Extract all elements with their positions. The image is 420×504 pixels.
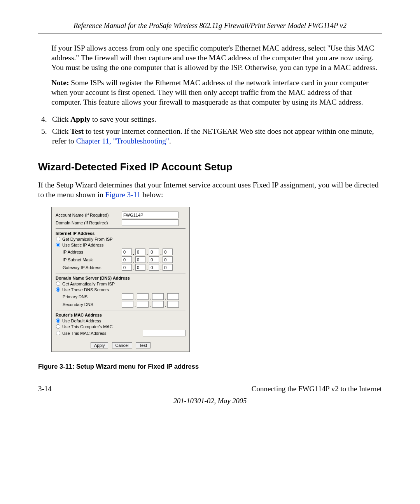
step-4-text-b: to save your settings. <box>90 115 156 123</box>
primary-dns-label: Primary DNS <box>56 294 122 299</box>
ip-address-oct1[interactable] <box>122 248 132 255</box>
radio-static-ip-label: Use Static IP Address <box>62 243 103 247</box>
section-mac: Router's MAC Address <box>56 313 186 317</box>
header-rule <box>38 33 382 33</box>
separator-3 <box>56 310 186 310</box>
cancel-button[interactable]: Cancel <box>112 342 132 348</box>
section-internet-ip: Internet IP Address <box>56 231 186 236</box>
step-5-text-a: Click <box>52 127 70 135</box>
subnet-oct3[interactable] <box>149 256 159 263</box>
gateway-oct4[interactable] <box>163 264 173 271</box>
secondary-dns-oct1[interactable] <box>122 301 133 308</box>
step-5-text-c: . <box>169 137 171 145</box>
account-name-input[interactable] <box>122 212 178 218</box>
radio-mac-this-label: Use This MAC Address <box>62 331 107 336</box>
domain-name-input[interactable] <box>122 219 178 226</box>
mac-address-input[interactable] <box>143 330 186 336</box>
step-4: 4. Click Apply to save your settings. <box>41 114 382 124</box>
separator-2 <box>56 273 186 273</box>
primary-dns-oct2[interactable] <box>137 293 149 300</box>
running-header: Reference Manual for the ProSafe Wireles… <box>38 22 382 30</box>
separator-1 <box>56 228 186 229</box>
radio-dynamic-isp-label: Get Dynamically From ISP <box>62 237 113 242</box>
secondary-dns-oct4[interactable] <box>167 301 179 308</box>
separator-4 <box>56 339 186 339</box>
link-figure-3-11[interactable]: Figure 3-11 <box>105 191 141 199</box>
footer-docid: 201-10301-02, May 2005 <box>38 397 382 405</box>
section-heading: Wizard-Detected Fixed IP Account Setup <box>38 161 382 173</box>
primary-dns-oct1[interactable] <box>122 293 133 300</box>
footer-chapter: Connecting the FWG114P v2 to the Interne… <box>252 385 382 393</box>
gateway-oct2[interactable] <box>135 264 145 271</box>
paragraph-after-heading: If the Setup Wizard determines that your… <box>38 180 382 200</box>
note-label: Note: <box>51 79 69 87</box>
step-5: 5. Click Test to test your Internet conn… <box>41 126 382 146</box>
secondary-dns-oct3[interactable] <box>152 301 164 308</box>
secondary-dns-oct2[interactable] <box>137 301 149 308</box>
step-4-apply: Apply <box>70 115 90 123</box>
primary-dns-oct3[interactable] <box>152 293 164 300</box>
radio-mac-this[interactable] <box>56 331 60 335</box>
ip-address-oct3[interactable] <box>149 248 159 255</box>
step-5-number: 5. <box>41 126 52 146</box>
section-dns: Domain Name Server (DNS) Address <box>56 276 186 280</box>
setup-wizard-panel: Account Name (If Required) Domain Name (… <box>51 207 190 352</box>
radio-static-ip[interactable] <box>56 243 60 247</box>
radio-dns-auto-label: Get Automatically From ISP <box>62 282 115 286</box>
paragraph-note: Note: Some ISPs will register the Ethern… <box>51 78 382 107</box>
page-number: 3-14 <box>38 385 52 393</box>
secondary-dns-label: Secondary DNS <box>56 302 122 307</box>
gateway-oct3[interactable] <box>149 264 159 271</box>
radio-mac-default[interactable] <box>56 318 60 323</box>
apply-button[interactable]: Apply <box>91 342 108 348</box>
step-5-test: Test <box>70 127 84 135</box>
radio-mac-computer[interactable] <box>56 324 60 329</box>
paragraph-mac-intro: If your ISP allows access from only one … <box>51 44 382 73</box>
step-4-text-a: Click <box>52 115 70 123</box>
subnet-oct4[interactable] <box>163 256 173 263</box>
after-heading-a: If the Setup Wizard determines that your… <box>38 181 378 199</box>
radio-dns-auto[interactable] <box>56 282 60 286</box>
gateway-label: Gateway IP Address <box>56 265 122 270</box>
radio-mac-computer-label: Use This Computer's MAC <box>62 324 113 329</box>
after-heading-b: below: <box>141 191 163 199</box>
radio-dns-use[interactable] <box>56 287 60 292</box>
subnet-oct2[interactable] <box>135 256 145 263</box>
note-body: Some ISPs will register the Ethernet MAC… <box>51 79 369 106</box>
gateway-oct1[interactable] <box>122 264 132 271</box>
account-name-label: Account Name (If Required) <box>56 213 122 217</box>
figure-caption: Figure 3-11: Setup Wizard menu for Fixed… <box>38 363 382 370</box>
step-4-number: 4. <box>41 114 52 124</box>
radio-dynamic-isp[interactable] <box>56 237 60 241</box>
test-button[interactable]: Test <box>136 342 150 348</box>
ip-address-oct2[interactable] <box>135 248 145 255</box>
footer-rule <box>38 382 382 382</box>
subnet-mask-label: IP Subnet Mask <box>56 257 122 262</box>
radio-dns-use-label: Use These DNS Servers <box>62 287 109 292</box>
ip-address-label: IP Address <box>56 250 122 254</box>
subnet-oct1[interactable] <box>122 256 132 263</box>
ip-address-oct4[interactable] <box>163 248 173 255</box>
link-troubleshooting[interactable]: Chapter 11, "Troubleshooting" <box>76 137 169 145</box>
domain-name-label: Domain Name (If Required) <box>56 220 122 225</box>
radio-mac-default-label: Use Default Address <box>62 318 101 323</box>
primary-dns-oct4[interactable] <box>167 293 179 300</box>
